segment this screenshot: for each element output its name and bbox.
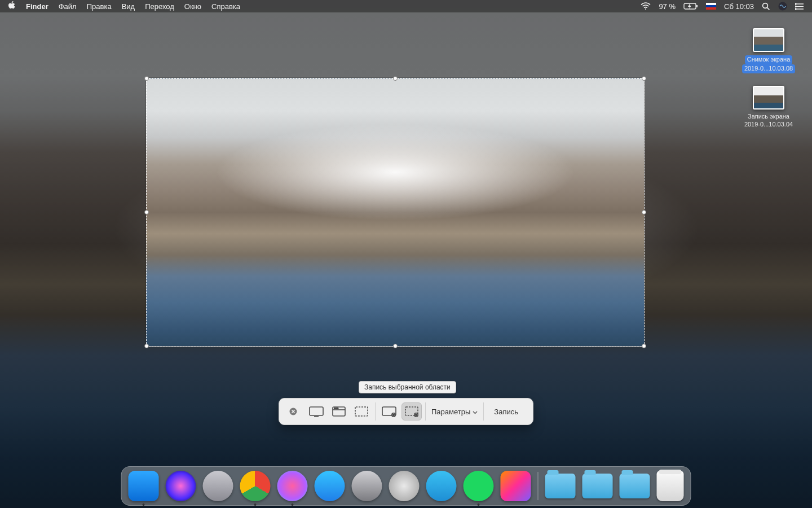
menu-view[interactable]: Вид	[122, 2, 135, 11]
menubar-clock[interactable]: Сб 10:03	[724, 2, 754, 11]
desktop-item-label: Снимок экрана	[747, 56, 791, 63]
svg-point-16	[337, 408, 338, 409]
dock-folder[interactable]	[620, 474, 650, 498]
dock-app-disk[interactable]	[389, 471, 420, 501]
input-source-flag-icon[interactable]	[706, 3, 716, 10]
apple-menu-icon[interactable]	[8, 1, 16, 11]
capture-entire-screen-button[interactable]	[306, 402, 326, 421]
resize-handle-bottom-right[interactable]	[642, 344, 646, 348]
dock-divider	[538, 472, 539, 500]
spotlight-icon[interactable]	[762, 2, 770, 11]
desktop-item-recording[interactable]: Запись экрана 2019-0...10.03.04	[738, 86, 800, 129]
desktop-item-screenshot[interactable]: Снимок экрана 2019-0...10.03.08	[738, 28, 800, 73]
toolbar-close-button[interactable]	[287, 405, 299, 418]
record-selection-button[interactable]	[401, 402, 422, 421]
notification-center-icon[interactable]	[795, 3, 804, 10]
menu-file[interactable]: Файл	[59, 2, 77, 11]
svg-rect-17	[355, 407, 368, 416]
svg-rect-2	[696, 5, 698, 7]
svg-point-14	[334, 408, 336, 409]
capture-selection-area[interactable]	[146, 78, 645, 347]
dock-running-indicator	[478, 503, 480, 506]
dock-running-indicator	[292, 503, 294, 506]
toolbar-record-label: Запись	[494, 408, 518, 416]
svg-point-9	[795, 6, 796, 7]
resize-handle-top-right[interactable]	[642, 76, 646, 81]
menu-go[interactable]: Переход	[145, 2, 174, 11]
menubar-app-name[interactable]: Finder	[26, 2, 48, 11]
resize-handle-bottom-left[interactable]	[144, 344, 149, 348]
capture-window-button[interactable]	[329, 402, 349, 421]
svg-point-6	[763, 3, 768, 8]
dock-app-finder[interactable]	[129, 471, 159, 501]
dock-app-app-store[interactable]	[315, 471, 345, 501]
dock-running-indicator	[254, 503, 257, 506]
dock-app-settings[interactable]	[352, 471, 382, 501]
toolbar-options-label: Параметры	[431, 408, 470, 416]
resize-handle-right[interactable]	[642, 210, 646, 214]
screenshot-mode-tooltip: Запись выбранной области	[359, 381, 456, 393]
screenshot-toolbar: Параметры Запись	[279, 398, 533, 425]
dock-app-telegram[interactable]	[426, 471, 457, 501]
resize-handle-top[interactable]	[393, 76, 398, 81]
svg-point-0	[645, 8, 646, 10]
desktop-item-thumbnail	[753, 86, 784, 110]
dock-running-indicator	[143, 503, 145, 506]
svg-point-10	[795, 8, 796, 10]
dock-app-itunes[interactable]	[277, 471, 308, 501]
dock-app-chrome[interactable]	[240, 471, 271, 501]
chevron-down-icon	[473, 408, 478, 416]
svg-rect-3	[706, 3, 716, 5]
svg-rect-12	[310, 407, 323, 415]
toolbar-record-button[interactable]: Запись	[484, 402, 528, 421]
desktop-item-thumbnail	[753, 28, 784, 52]
resize-handle-left[interactable]	[144, 210, 149, 214]
desktop-item-sublabel: 2019-0...10.03.08	[744, 65, 793, 72]
capture-selection-button[interactable]	[351, 402, 372, 421]
dock-folder[interactable]	[545, 474, 576, 498]
svg-rect-5	[706, 7, 716, 10]
menu-edit[interactable]: Правка	[87, 2, 112, 11]
record-entire-screen-button[interactable]	[379, 402, 399, 421]
svg-rect-4	[706, 5, 716, 7]
desktop-item-sublabel: 2019-0...10.03.04	[744, 121, 793, 128]
svg-point-20	[393, 414, 395, 416]
resize-handle-top-left[interactable]	[144, 76, 149, 81]
siri-status-icon[interactable]	[778, 2, 787, 11]
svg-point-15	[336, 408, 337, 409]
dock-app-siri[interactable]	[166, 471, 196, 501]
dock-trash[interactable]	[657, 471, 684, 501]
toolbar-options-button[interactable]: Параметры	[426, 402, 483, 421]
svg-point-8	[795, 3, 796, 5]
menu-help[interactable]: Справка	[211, 2, 240, 11]
dock-folder[interactable]	[582, 474, 613, 498]
menu-window[interactable]: Окно	[184, 2, 201, 11]
dock-app-photos[interactable]	[501, 471, 531, 501]
menubar: Finder Файл Правка Вид Переход Окно Спра…	[0, 0, 812, 12]
battery-percent[interactable]: 97 %	[659, 2, 676, 11]
dock	[121, 466, 691, 506]
battery-charging-icon[interactable]	[683, 2, 698, 10]
svg-point-23	[416, 414, 417, 416]
dock-app-spotify[interactable]	[464, 471, 494, 501]
desktop-item-label: Запись экрана	[748, 113, 789, 120]
resize-handle-bottom[interactable]	[393, 344, 398, 348]
wifi-icon[interactable]	[641, 2, 651, 10]
dock-app-launchpad[interactable]	[203, 471, 233, 501]
